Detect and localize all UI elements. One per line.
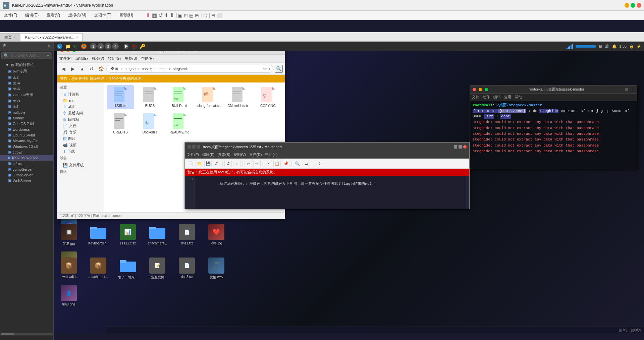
te-menu-document[interactable]: 文档(D) xyxy=(249,152,262,157)
tree-item-dc4[interactable]: ▣ dc-4 xyxy=(0,80,53,86)
te-scrollbar[interactable] xyxy=(466,176,469,209)
term-fullscreen-icon[interactable] xyxy=(631,88,634,91)
desktop-icon-gongye[interactable]: 📝 工业互联网... xyxy=(144,256,171,281)
term-minimize-button[interactable] xyxy=(479,88,482,91)
tree-item-dc9[interactable]: ▣ dc-9 xyxy=(0,98,53,104)
te-icon3[interactable] xyxy=(197,145,200,149)
sidebar-close-icon[interactable]: × xyxy=(48,44,51,49)
fm-menu-edit[interactable]: 编辑(E) xyxy=(75,56,88,61)
tab-kali-close[interactable]: × xyxy=(76,36,78,39)
toolbar-icon8[interactable]: ⊞ xyxy=(195,13,199,18)
tree-item-dc2[interactable]: ▣ dc2 xyxy=(0,74,53,80)
tab-home-close[interactable]: × xyxy=(14,36,16,39)
te-fullscreen-btn[interactable]: ⛶ xyxy=(314,160,321,167)
desktop-icon-keyboardtr2[interactable]: KeyboardTr... xyxy=(85,223,112,247)
te-close-doc-btn[interactable]: × xyxy=(233,160,240,167)
tree-item-nullbyte[interactable]: ▣ nullbyte xyxy=(0,109,53,115)
maximize-button[interactable] xyxy=(631,3,635,8)
tree-item-jumpserver2[interactable]: ▣ JumpServer xyxy=(0,172,53,178)
desktop-icon-attachment3[interactable]: 📦 attachment... xyxy=(85,256,112,281)
fm-menu-goto[interactable]: 转到(G) xyxy=(108,56,121,61)
menu-tabs[interactable]: 选项卡(T) xyxy=(93,12,113,19)
tree-item-ctfos[interactable]: ▣ ctf-os xyxy=(0,161,53,166)
search-dropdown-icon[interactable]: ▼ xyxy=(46,54,50,58)
fm-item-filesystem[interactable]: 💾文件系统 xyxy=(57,162,104,168)
tree-item-kali[interactable]: ▶ Kali-Linux-2022. xyxy=(0,155,53,161)
fm-file-1235txt[interactable]: 1235.txt xyxy=(107,85,134,109)
term-menu-action[interactable]: 动作 xyxy=(483,95,490,100)
workspace-3[interactable]: 3 xyxy=(105,43,111,50)
fm-path-desktop[interactable]: 桌面 xyxy=(109,66,119,71)
te-icon1[interactable] xyxy=(187,145,191,149)
menu-help[interactable]: 帮助(H) xyxy=(118,12,135,19)
fm-path-tests[interactable]: tests xyxy=(157,67,168,71)
browser-icon[interactable] xyxy=(80,43,87,50)
fm-item-pictures[interactable]: 🖼图片 xyxy=(57,135,104,142)
te-icon2[interactable] xyxy=(192,145,196,149)
fm-item-recent[interactable]: ⏱最近访问 xyxy=(57,110,104,116)
search-input[interactable] xyxy=(10,54,46,58)
tree-item-ctfpwn[interactable]: ▣ ctfpwn xyxy=(0,149,53,155)
workspace-2[interactable]: 2 xyxy=(97,43,104,50)
te-paste-btn[interactable]: 📌 xyxy=(282,160,289,167)
desktop-icon-aiqingwav[interactable]: 🎵 爱情.wav xyxy=(203,256,230,281)
desktop-icon-attachment2[interactable]: attachment... xyxy=(144,223,171,247)
file-manager-icon[interactable]: 📁 xyxy=(64,43,71,50)
desktop-icon-download[interactable]: 📦 download(1... xyxy=(55,256,82,281)
te-redo-btn[interactable]: ↪ xyxy=(253,160,261,167)
fm-item-trash[interactable]: 🗑回收站 xyxy=(57,116,104,123)
tree-item-centos[interactable]: ▣ CentOS 7 64 xyxy=(0,121,53,126)
fm-menu-bookmarks[interactable]: 书签(B) xyxy=(125,56,137,61)
fm-file-readme[interactable]: md README.md xyxy=(166,112,193,135)
term-menu-edit[interactable]: 编辑 xyxy=(493,95,501,100)
fm-path-stegseek[interactable]: stegseek-master xyxy=(123,67,153,71)
te-copy-btn[interactable]: 📋 xyxy=(273,160,281,167)
fm-item-root[interactable]: 📁root xyxy=(57,98,104,104)
fm-path-edit-button[interactable]: ✏ xyxy=(263,66,267,71)
fm-file-buildmd[interactable]: md BUILD.md xyxy=(166,85,193,109)
te-menu-view[interactable]: 视图(V) xyxy=(233,152,246,157)
fm-back-button[interactable]: ◀ xyxy=(59,65,67,73)
fm-item-music[interactable]: 🎵音乐 xyxy=(57,129,104,135)
desktop-icon-dns2[interactable]: 📄 dns2.txt xyxy=(173,256,200,281)
toolbar-icon10[interactable]: ⊟ xyxy=(211,13,215,18)
te-replace-btn[interactable]: ⇄ xyxy=(303,160,310,167)
desktop-icon-fadong[interactable]: 发了一堆东... xyxy=(114,256,141,281)
term-maximize-button[interactable] xyxy=(485,88,488,91)
te-close-btn[interactable] xyxy=(463,145,467,149)
te-save-btn[interactable]: 💾 xyxy=(204,160,212,167)
tree-item-win10[interactable]: ▣ Windows 10 x6 xyxy=(0,144,53,149)
fm-file-dockerfile[interactable]: 🐳 Dockerfile xyxy=(137,112,163,135)
term-menu-view[interactable]: 查看 xyxy=(504,95,512,100)
te-text-area[interactable]: 玩过涂色板吗，五种颜色，相邻的颜色互不相同，那一共有多少种涂法呢？flag为结果… xyxy=(195,176,466,209)
toolbar-icon9[interactable]: ⬡ xyxy=(203,13,207,18)
fm-home-button[interactable]: 🏠 xyxy=(97,65,105,73)
fm-item-docs[interactable]: 📄文档 xyxy=(57,123,104,129)
te-new-btn[interactable]: 📄 xyxy=(187,160,194,167)
te-open-btn[interactable]: 📁 xyxy=(196,160,203,167)
sidebar-search[interactable]: 🔍 ▼ xyxy=(1,52,52,59)
workspace-1[interactable]: 1 xyxy=(90,43,97,50)
fm-search-button[interactable]: 🔍 xyxy=(275,65,283,73)
te-menu-file[interactable]: 文件(F) xyxy=(187,152,199,157)
tree-item-ubuntu[interactable]: ▣ Ubuntu 64-bit xyxy=(0,132,53,138)
toolbar-icon7[interactable]: ▤ xyxy=(189,13,194,18)
te-reload-btn[interactable]: ↺ xyxy=(224,160,232,167)
terminal-icon[interactable]: $_ xyxy=(72,43,79,50)
toolbar-icon6[interactable]: ⊡ xyxy=(184,13,188,18)
tree-item-wordpress[interactable]: ▣ wordpress xyxy=(0,126,53,132)
toolbar-icon3[interactable]: ⬆ xyxy=(164,12,168,18)
pause-icon[interactable]: ⏸ xyxy=(145,12,151,18)
term-close-button[interactable] xyxy=(473,88,476,91)
te-menu-help[interactable]: 帮助(H) xyxy=(265,152,277,157)
tree-item-funbox[interactable]: ▣ funbox xyxy=(0,115,53,121)
te-collapse-btn[interactable] xyxy=(454,145,457,149)
te-menu-edit[interactable]: 编辑(E) xyxy=(202,152,215,157)
fm-path-expand-icon[interactable]: › xyxy=(269,66,270,71)
fm-menu-help[interactable]: 帮助(H) xyxy=(141,56,154,61)
menu-view[interactable]: 查看(V) xyxy=(45,12,61,19)
te-undo-btn[interactable]: ↩ xyxy=(245,160,252,167)
toolbar-icon5[interactable]: ▣ xyxy=(178,13,182,18)
tree-item-me-gir[interactable]: ▣ Me-and-My-Gir xyxy=(0,138,53,144)
fm-item-computer[interactable]: 🖥计算机 xyxy=(57,91,104,98)
